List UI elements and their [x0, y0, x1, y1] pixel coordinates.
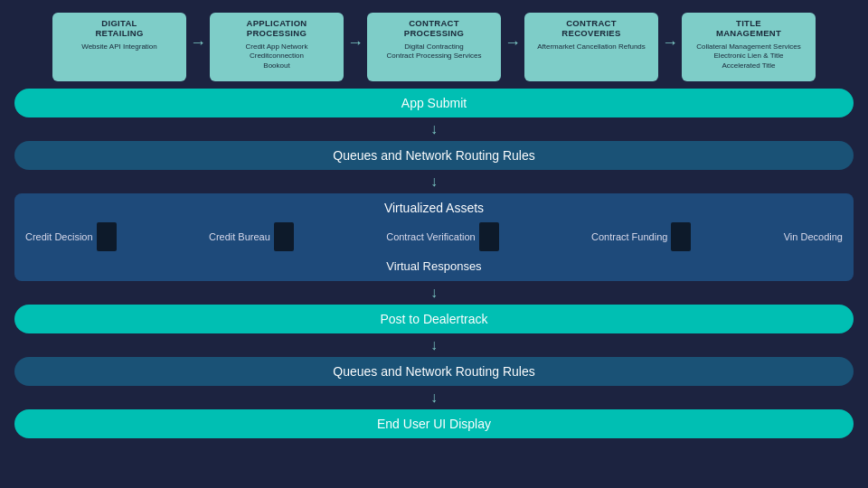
top-flow: Digital Retailing Website API Integratio…	[14, 9, 854, 83]
arrow-4: →	[662, 33, 678, 52]
app-submit-row: App Submit	[14, 89, 854, 117]
flow-box-sub-2: Credit App Network Creditconnection Book…	[246, 42, 308, 70]
queues-row-1: Queues and Network Routing Rules	[14, 141, 854, 170]
end-user-label: End User UI Display	[377, 417, 491, 431]
virtual-item-contract-funding: Contract Funding	[591, 222, 691, 251]
flow-box-contract-recoveries: Contract Recoveries Aftermarket Cancella…	[524, 13, 658, 81]
flow-box-application-processing: Application Processing Credit App Networ…	[210, 13, 344, 81]
vin-decoding-label: Vin Decoding	[784, 231, 843, 242]
credit-bureau-bar	[274, 222, 294, 251]
flow-box-title-5: Title Management	[716, 18, 781, 39]
flow-box-digital-retailing: Digital Retailing Website API Integratio…	[52, 13, 186, 81]
virtual-item-credit-bureau: Credit Bureau	[209, 222, 294, 251]
virtual-responses-label: Virtual Responses	[22, 257, 846, 274]
credit-bureau-label: Credit Bureau	[209, 231, 270, 242]
contract-verification-bar	[479, 222, 499, 251]
arrow-down-4: ↓	[14, 339, 854, 352]
virtual-item-credit-decision: Credit Decision	[25, 222, 117, 251]
post-dealertrack-label: Post to Dealertrack	[380, 312, 487, 326]
credit-decision-label: Credit Decision	[25, 231, 93, 242]
flow-box-title-4: Contract Recoveries	[561, 18, 620, 39]
flow-box-title-1: Digital Retailing	[95, 18, 143, 39]
virtual-section: Virtualized Assets Credit Decision Credi…	[14, 193, 854, 281]
contract-verification-label: Contract Verification	[386, 231, 475, 242]
arrow-3: →	[505, 33, 521, 52]
end-user-row: End User UI Display	[14, 409, 854, 438]
contract-funding-label: Contract Funding	[591, 231, 667, 242]
virtual-items-row: Credit Decision Credit Bureau Contract V…	[22, 221, 846, 253]
queues-row-2: Queues and Network Routing Rules	[14, 357, 854, 386]
credit-decision-bar	[97, 222, 117, 251]
flow-box-contract-processing: Contract Processing Digital Contracting …	[367, 13, 501, 81]
flow-box-sub-5: Collateral Management Services Electroni…	[696, 42, 801, 70]
arrow-down-5: ↓	[14, 391, 854, 404]
arrow-down-1: ↓	[14, 123, 854, 136]
flow-box-title-management: Title Management Collateral Management S…	[682, 13, 816, 81]
post-dealertrack-row: Post to Dealertrack	[14, 305, 854, 333]
virtual-assets-title: Virtualized Assets	[22, 199, 846, 217]
virtual-item-vin-decoding: Vin Decoding	[784, 231, 843, 242]
flow-box-sub-3: Digital Contracting Contract Processing …	[387, 42, 482, 61]
arrow-1: →	[190, 33, 206, 52]
flow-box-sub-4: Aftermarket Cancellation Refunds	[537, 42, 646, 52]
flow-box-title-3: Contract Processing	[404, 18, 464, 39]
arrow-2: →	[347, 33, 363, 52]
queues-label-2: Queues and Network Routing Rules	[333, 364, 534, 379]
contract-funding-bar	[671, 222, 691, 251]
flow-box-title-2: Application Processing	[247, 18, 307, 39]
queues-label-1: Queues and Network Routing Rules	[333, 148, 534, 163]
arrow-down-3: ↓	[14, 286, 854, 299]
diagram-container: Digital Retailing Website API Integratio…	[0, 0, 868, 488]
flow-box-sub-1: Website API Integration	[81, 42, 156, 52]
arrow-down-2: ↓	[14, 175, 854, 188]
virtual-item-contract-verification: Contract Verification	[386, 222, 498, 251]
app-submit-label: App Submit	[401, 96, 467, 110]
